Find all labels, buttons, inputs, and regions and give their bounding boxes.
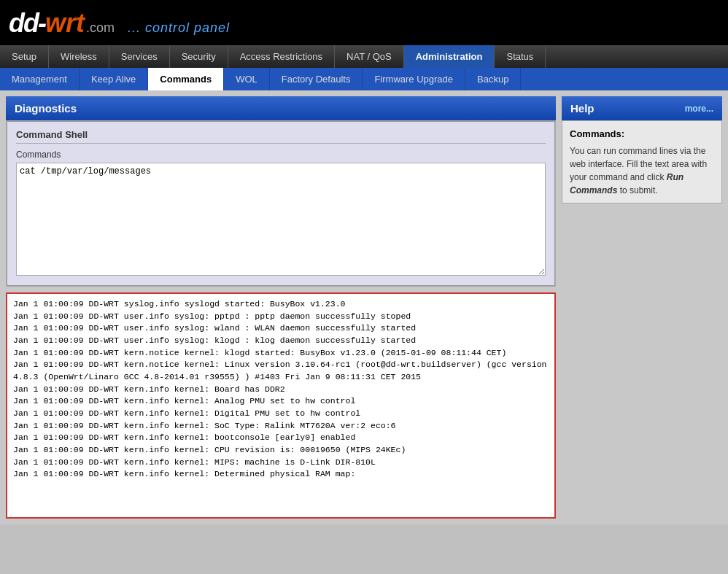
log-line: Jan 1 01:00:09 DD-WRT user.info syslog: … xyxy=(13,311,549,323)
content-area: Diagnostics Command Shell Commands cat /… xyxy=(6,96,556,519)
log-line: Jan 1 01:00:09 DD-WRT kern.notice kernel… xyxy=(13,359,549,383)
log-line: Jan 1 01:00:09 DD-WRT kern.info kernel: … xyxy=(13,432,549,444)
nav2-item-wol[interactable]: WOL xyxy=(224,68,270,90)
log-line: Jan 1 01:00:09 DD-WRT kern.info kernel: … xyxy=(13,395,549,408)
help-more-link[interactable]: more... xyxy=(685,104,713,114)
help-text: You can run command lines via the web in… xyxy=(570,146,707,182)
nav1-item-security[interactable]: Security xyxy=(170,45,228,68)
cmd-shell-title: Command Shell xyxy=(16,129,546,144)
nav2-item-commands[interactable]: Commands xyxy=(148,68,224,90)
logo-com: .com xyxy=(86,20,115,36)
nav1-item-services[interactable]: Services xyxy=(109,45,170,68)
diagnostics-header: Diagnostics xyxy=(6,96,556,120)
nav2-item-backup[interactable]: Backup xyxy=(465,68,521,90)
logo-dd: dd- xyxy=(9,8,45,39)
help-content: Commands: You can run command lines via … xyxy=(562,120,722,203)
log-line: Jan 1 01:00:09 DD-WRT syslog.info syslog… xyxy=(13,298,549,311)
nav2-item-keep-alive[interactable]: Keep Alive xyxy=(80,68,148,90)
log-line: Jan 1 01:00:09 DD-WRT kern.info kernel: … xyxy=(13,408,549,420)
log-line: Jan 1 01:00:09 DD-WRT kern.info kernel: … xyxy=(13,420,549,433)
main-content: Diagnostics Command Shell Commands cat /… xyxy=(0,90,728,524)
header: dd-wrt.com ... control panel xyxy=(0,0,728,45)
log-line: Jan 1 01:00:09 DD-WRT kern.notice kernel… xyxy=(13,347,549,360)
help-text2: to submit. xyxy=(617,185,657,195)
logo: dd-wrt.com ... control panel xyxy=(9,8,230,39)
nav1-item-nat-/-qos[interactable]: NAT / QoS xyxy=(335,45,404,68)
nav2-item-management[interactable]: Management xyxy=(0,68,80,90)
nav1-item-setup[interactable]: Setup xyxy=(0,45,49,68)
cmd-label: Commands xyxy=(16,150,546,160)
nav2-item-firmware-upgrade[interactable]: Firmware Upgrade xyxy=(363,68,465,90)
help-header: Help more... xyxy=(562,96,722,120)
log-output: Jan 1 01:00:09 DD-WRT syslog.info syslog… xyxy=(6,292,556,519)
log-line: Jan 1 01:00:09 DD-WRT kern.info kernel: … xyxy=(13,444,549,457)
log-line: Jan 1 01:00:09 DD-WRT kern.info kernel: … xyxy=(13,457,549,469)
secondary-nav: ManagementKeep AliveCommandsWOLFactory D… xyxy=(0,68,728,90)
log-line: Jan 1 01:00:09 DD-WRT kern.info kernel: … xyxy=(13,468,549,481)
help-title: Help xyxy=(570,102,595,115)
help-section-label: Commands: xyxy=(570,127,714,141)
nav2-item-factory-defaults[interactable]: Factory Defaults xyxy=(270,68,363,90)
command-shell-box: Command Shell Commands cat /tmp/var/log/… xyxy=(6,120,556,287)
logo-wrt: wrt xyxy=(45,8,85,39)
nav1-item-wireless[interactable]: Wireless xyxy=(49,45,109,68)
primary-nav: SetupWirelessServicesSecurityAccess Rest… xyxy=(0,45,728,68)
log-line: Jan 1 01:00:09 DD-WRT user.info syslog: … xyxy=(13,335,549,347)
cmd-shell-inner: Command Shell Commands cat /tmp/var/log/… xyxy=(7,121,555,286)
sidebar: Help more... Commands: You can run comma… xyxy=(562,96,722,519)
commands-textarea[interactable]: cat /tmp/var/log/messages xyxy=(16,163,546,276)
nav1-item-administration[interactable]: Administration xyxy=(404,45,495,68)
nav1-item-status[interactable]: Status xyxy=(495,45,546,68)
logo-cp: ... control panel xyxy=(128,20,230,36)
nav1-item-access-restrictions[interactable]: Access Restrictions xyxy=(228,45,335,68)
log-line: Jan 1 01:00:09 DD-WRT user.info syslog: … xyxy=(13,322,549,335)
log-line: Jan 1 01:00:09 DD-WRT kern.info kernel: … xyxy=(13,384,549,396)
